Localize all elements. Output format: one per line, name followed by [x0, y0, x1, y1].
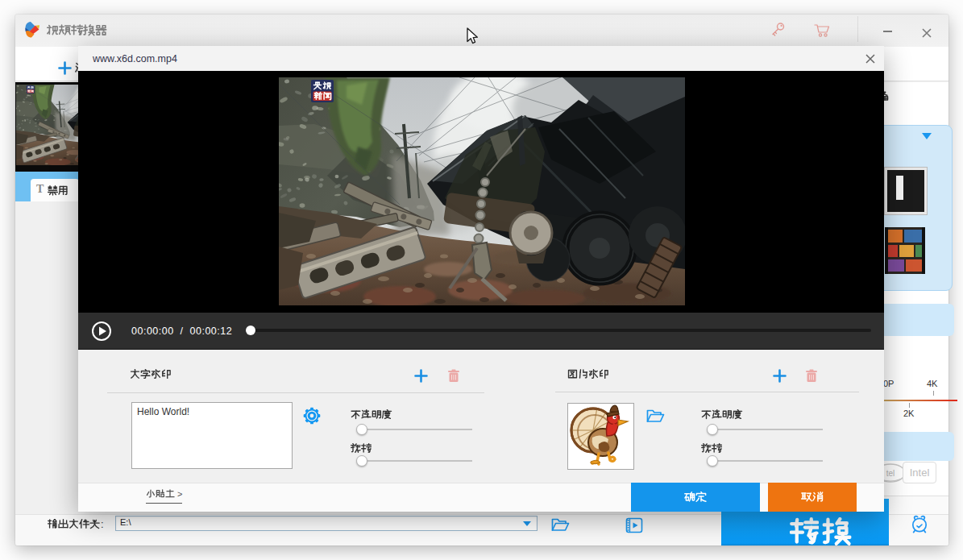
svg-text:tel: tel — [886, 469, 895, 478]
